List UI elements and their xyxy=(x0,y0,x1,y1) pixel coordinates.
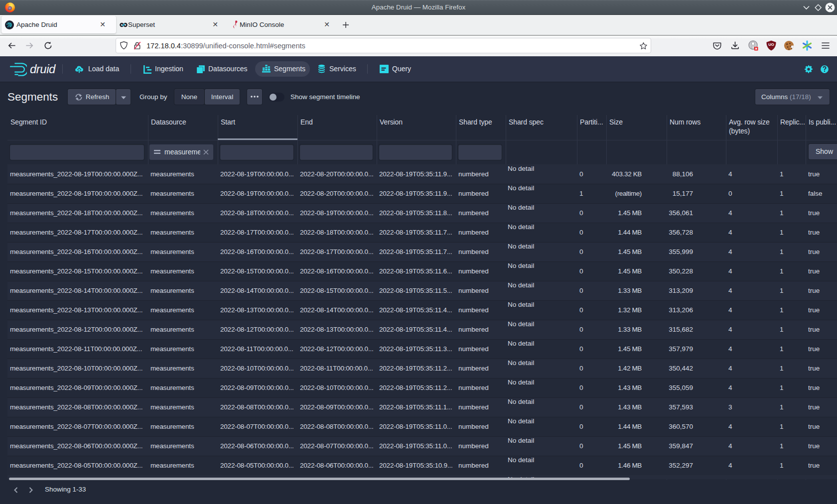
svg-text:UO: UO xyxy=(768,42,774,47)
